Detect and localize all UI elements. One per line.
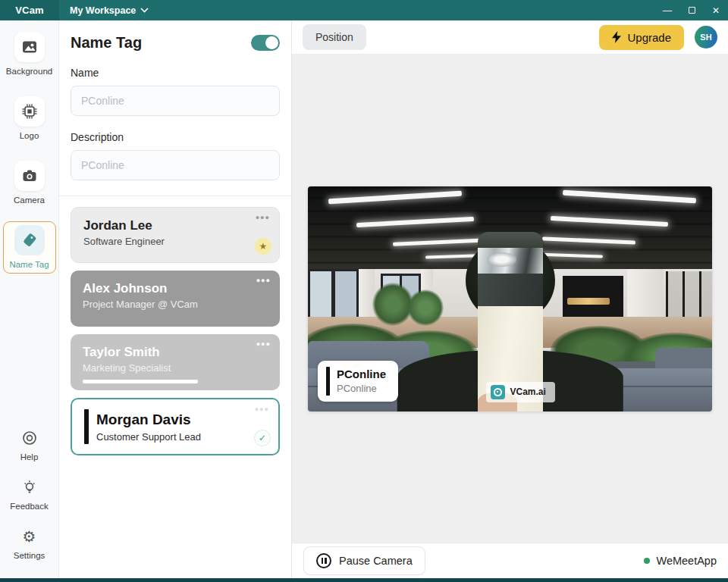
close-icon: ✕	[712, 5, 720, 16]
workspace-label: My Workspace	[70, 5, 136, 16]
sidebar-item-label: Camera	[14, 196, 45, 205]
chip-icon	[14, 96, 45, 127]
name-tag-subtitle: PConline	[337, 383, 386, 394]
sidebar-item-logo[interactable]: Logo	[3, 92, 56, 145]
name-tag-toggle[interactable]	[251, 35, 280, 51]
ellipsis-icon[interactable]: ●●●	[255, 405, 269, 413]
description-field-label: Description	[71, 131, 280, 143]
maximize-button[interactable]	[679, 0, 704, 20]
sidebar-item-label: Help	[20, 452, 39, 462]
sidebar-item-background[interactable]: Background	[3, 28, 56, 80]
window-bottom-edge	[0, 578, 728, 582]
gear-icon: ⚙	[20, 527, 39, 546]
description-input[interactable]	[71, 150, 280, 180]
name-tag-card-jordan-lee[interactable]: Jordan Lee Software Engineer ●●● ★	[71, 207, 280, 263]
sidebar-item-label: Settings	[14, 551, 46, 560]
card-role: Marketing Specialist	[83, 362, 268, 374]
card-role: Project Manager @ VCam	[83, 299, 268, 310]
name-tag-card-alex-johnson[interactable]: Alex Johnson Project Manager @ VCam ●●●	[71, 271, 280, 327]
preview-stage: PConline PConline VCam.ai	[292, 55, 728, 543]
tag-icon	[14, 225, 45, 255]
pause-camera-button[interactable]: Pause Camera	[303, 546, 425, 575]
main-area: Position Upgrade SH	[292, 20, 728, 578]
sidebar-item-label: Name Tag	[9, 260, 49, 269]
name-input[interactable]	[71, 86, 280, 116]
card-underline-bar	[83, 380, 198, 383]
scene-plant	[407, 289, 444, 326]
minimize-icon: —	[663, 5, 672, 16]
sidebar-item-help[interactable]: Help	[3, 424, 56, 466]
name-tag-card-morgan-davis[interactable]: Morgan Davis Customer Support Lead ●●● ✓	[71, 398, 280, 455]
bottle-cap	[478, 232, 543, 248]
watermark-label: VCam.ai	[510, 386, 546, 397]
avatar[interactable]: SH	[695, 26, 717, 48]
name-tag-accent-bar	[326, 367, 330, 396]
bottom-bar: Pause Camera WeMeetApp	[292, 543, 728, 578]
name-field-label: Name	[71, 67, 280, 79]
sidebar-rail: Background Logo Camera Name Tag	[0, 20, 59, 578]
pause-camera-label: Pause Camera	[339, 555, 413, 567]
connected-app-label: WeMeetApp	[656, 555, 717, 567]
workspace-switcher[interactable]: My Workspace	[70, 5, 149, 16]
panel-title: Name Tag	[71, 34, 142, 52]
chevron-down-icon	[140, 8, 149, 13]
card-role: Customer Support Lead	[96, 431, 201, 443]
scene-window	[308, 269, 359, 321]
position-button[interactable]: Position	[303, 24, 366, 50]
camera-watermark-icon	[491, 385, 505, 399]
lightning-icon	[612, 31, 621, 43]
name-tag-card-taylor-smith[interactable]: Taylor Smith Marketing Specialist ●●●	[71, 334, 280, 390]
status-dot	[644, 558, 650, 564]
connected-app-status: WeMeetApp	[644, 555, 717, 567]
name-tag-panel: Name Tag Name Description Jordan Lee Sof…	[59, 20, 292, 578]
name-tag-template-list: Jordan Lee Software Engineer ●●● ★ Alex …	[71, 207, 280, 455]
window-controls: — ✕	[655, 0, 728, 20]
card-name: Morgan Davis	[96, 411, 201, 429]
close-button[interactable]: ✕	[704, 0, 728, 20]
sidebar-item-camera[interactable]: Camera	[3, 157, 56, 209]
main-toolbar: Position Upgrade SH	[292, 20, 728, 55]
name-tag-title: PConline	[337, 368, 386, 381]
panel-divider	[59, 196, 291, 196]
sidebar-item-label: Background	[6, 67, 52, 76]
toggle-knob	[265, 36, 278, 49]
ellipsis-icon[interactable]: ●●●	[256, 214, 270, 221]
upgrade-label: Upgrade	[627, 31, 671, 44]
check-icon: ✓	[254, 430, 271, 446]
card-role: Software Engineer	[83, 236, 267, 247]
card-accent-bar	[84, 409, 89, 444]
vcam-watermark: VCam.ai	[486, 382, 555, 402]
card-name: Taylor Smith	[83, 344, 268, 360]
maximize-icon	[689, 7, 695, 14]
title-bar: VCam My Workspace — ✕	[0, 0, 728, 20]
star-icon: ★	[255, 238, 271, 255]
camera-icon	[14, 161, 45, 191]
card-name: Alex Johnson	[83, 280, 268, 296]
ellipsis-icon[interactable]: ●●●	[256, 340, 271, 348]
rail-bottom-group: Help Feedback ⚙ Settings	[3, 424, 56, 572]
lightbulb-icon	[20, 477, 39, 497]
ellipsis-icon[interactable]: ●●●	[256, 277, 271, 284]
bottle-band	[478, 274, 543, 306]
image-icon	[14, 32, 45, 62]
app-logo: VCam	[0, 0, 59, 20]
minimize-button[interactable]: —	[655, 0, 679, 20]
upgrade-button[interactable]: Upgrade	[599, 25, 684, 50]
pause-icon	[316, 553, 331, 568]
name-tag-overlay[interactable]: PConline PConline	[318, 361, 398, 402]
sidebar-item-label: Feedback	[10, 502, 49, 511]
bottle-glass	[478, 248, 543, 274]
help-icon	[20, 428, 39, 448]
sidebar-item-name-tag[interactable]: Name Tag	[3, 221, 56, 274]
card-name: Jordan Lee	[83, 217, 267, 233]
sidebar-item-label: Logo	[20, 131, 39, 140]
sidebar-item-feedback[interactable]: Feedback	[3, 474, 56, 515]
vcam-window: VCam My Workspace — ✕ Background Lo	[0, 0, 728, 582]
sidebar-item-settings[interactable]: ⚙ Settings	[3, 523, 56, 565]
camera-preview[interactable]: PConline PConline VCam.ai	[308, 186, 712, 411]
